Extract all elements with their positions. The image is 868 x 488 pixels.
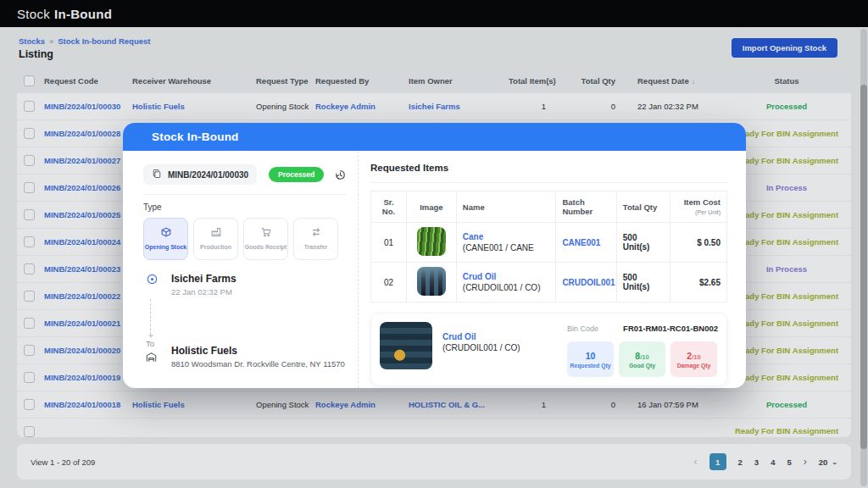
- good-qty-chip: 8/10Good Qty: [619, 341, 665, 377]
- item-batch-cell: CANE001: [556, 223, 616, 263]
- production-icon: [210, 226, 222, 241]
- modal-left-panel: MINB/2024/01/00030 Processed Type Openin…: [123, 151, 359, 388]
- bin-item-code: (CRUDOIL001 / CO): [442, 343, 520, 352]
- item-total-qty: 500 Unit(s): [616, 263, 670, 302]
- item-sr-no: 02: [371, 263, 407, 302]
- items-column-header: Batch Number: [556, 191, 616, 223]
- timeline-connector: [150, 299, 151, 335]
- item-cost: $ 0.50: [670, 223, 726, 263]
- batch-number-link[interactable]: CRUDOIL001: [562, 278, 615, 287]
- item-total-qty: 500 Unit(s): [616, 223, 670, 263]
- item-name-cell: Crud Oil(CRUDOIL001 / CO): [456, 263, 556, 302]
- warehouse-icon: [145, 352, 158, 366]
- type-option-label: Transfer: [304, 244, 328, 252]
- origin-icon: [146, 273, 164, 297]
- divider: [370, 182, 727, 183]
- type-option-production[interactable]: Production: [193, 218, 238, 260]
- item-photo: [417, 267, 446, 296]
- item-name-link[interactable]: Crud Oil: [463, 272, 550, 281]
- stat-value: 2/10: [687, 351, 700, 361]
- items-cost-subheader: (Per Unit): [695, 209, 721, 215]
- item-sr-no: 01: [371, 223, 407, 263]
- destination-name: Holistic Fuels: [171, 345, 346, 357]
- bin-code-label: Bin Code: [567, 324, 598, 333]
- item-photo: [417, 227, 446, 256]
- modal-title: Stock In-Bound: [123, 123, 746, 151]
- item-image-cell: [407, 223, 457, 263]
- stock-inbound-modal: Stock In-Bound MINB/2024/01/00030 Proces…: [123, 123, 746, 388]
- stat-suffix: /10: [692, 353, 700, 361]
- status-badge: Processed: [269, 167, 324, 182]
- item-code: (CRUDOIL001 / CO): [463, 283, 541, 292]
- goods-receipt-icon: [260, 226, 272, 241]
- stat-suffix: /10: [640, 353, 648, 361]
- requested-items-table: Sr. No.ImageNameBatch NumberTotal QtyIte…: [370, 191, 727, 302]
- item-name-link[interactable]: Cane: [463, 232, 550, 241]
- history-icon[interactable]: [334, 169, 347, 181]
- items-column-header: Name: [456, 191, 556, 223]
- opening-stock-icon: [160, 226, 172, 241]
- modal-right-panel: Requested Items Sr. No.ImageNameBatch Nu…: [359, 151, 746, 388]
- type-option-opening-stock[interactable]: Opening Stock: [143, 218, 188, 260]
- item-photo: [380, 322, 432, 369]
- damage-qty-chip: 2/10Damage Qty: [670, 341, 717, 377]
- request-code-pill: MINB/2024/01/00030: [143, 164, 257, 185]
- request-code: MINB/2024/01/00030: [168, 170, 248, 180]
- item-code: (CANE001 / CANE: [463, 243, 534, 252]
- type-label: Type: [143, 202, 346, 212]
- requested-items-heading: Requested Items: [370, 163, 727, 173]
- requested-qty-chip: 10Requested Qty: [567, 341, 614, 377]
- bin-detail-card: Crud Oil (CRUDOIL001 / CO) Bin Code FR01…: [370, 313, 727, 386]
- item-name-cell: Cane(CANE001 / CANE: [456, 223, 556, 263]
- items-column-header: Item Cost (Per Unit): [670, 191, 726, 223]
- stat-value: 8/10: [635, 351, 648, 361]
- item-batch-cell: CRUDOIL001: [556, 263, 616, 302]
- type-selector: Opening StockProductionGoods ReceiptTran…: [143, 218, 346, 260]
- type-option-goods-receipt[interactable]: Goods Receipt: [243, 218, 288, 260]
- origin-datetime: 22 Jan 02:32 PM: [171, 287, 346, 297]
- stat-value: 10: [586, 351, 596, 361]
- bin-item-name-link[interactable]: Crud Oil: [442, 332, 520, 341]
- bin-code-value: FR01-RM01-RC01-BN002: [623, 324, 718, 333]
- item-cost: $2.65: [670, 263, 726, 302]
- route-timeline: Isichei Farms 22 Jan 02:32 PM To Holisti…: [143, 273, 346, 369]
- origin-name: Isichei Farms: [171, 273, 346, 285]
- stat-label: Requested Qty: [570, 363, 611, 369]
- items-column-header: Total Qty: [616, 191, 670, 223]
- items-column-header: Sr. No.: [371, 191, 407, 223]
- item-image-cell: [407, 263, 457, 302]
- destination-address: 8810 Woodsman Dr. Rockville Centre, NY 1…: [171, 359, 346, 369]
- divider: [143, 194, 346, 195]
- to-label: To: [146, 339, 164, 348]
- requested-item-row: 02Crud Oil(CRUDOIL001 / CO)CRUDOIL001500…: [371, 263, 727, 302]
- stat-label: Damage Qty: [677, 363, 711, 369]
- transfer-icon: [310, 226, 322, 241]
- copy-icon[interactable]: [152, 169, 162, 180]
- items-column-header: Image: [407, 191, 457, 223]
- qty-stats: 10Requested Qty8/10Good Qty2/10Damage Qt…: [567, 341, 718, 377]
- type-option-label: Opening Stock: [145, 244, 186, 252]
- batch-number-link[interactable]: CANE001: [562, 238, 600, 247]
- requested-item-row: 01Cane(CANE001 / CANECANE001500 Unit(s)$…: [371, 223, 727, 263]
- stat-label: Good Qty: [629, 363, 655, 369]
- type-option-label: Production: [200, 244, 231, 252]
- type-option-label: Goods Receipt: [245, 244, 287, 252]
- type-option-transfer[interactable]: Transfer: [293, 218, 338, 260]
